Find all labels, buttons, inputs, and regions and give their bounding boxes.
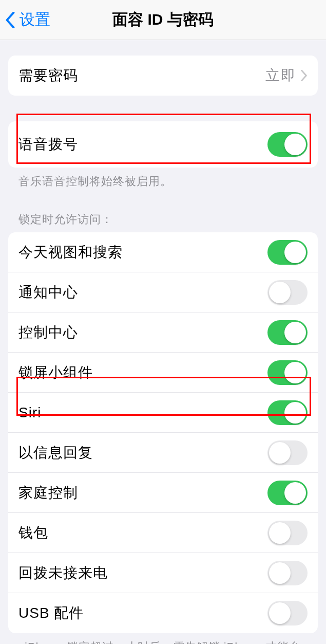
lock-access-row: 以信息回复 — [8, 433, 318, 473]
lock-access-section: 今天视图和搜索通知中心控制中心锁屏小组件Siri以信息回复家庭控制钱包回拨未接来… — [8, 232, 318, 633]
lock-access-toggle[interactable] — [267, 240, 308, 265]
chevron-right-icon — [300, 70, 308, 81]
lock-access-item-label: 锁屏小组件 — [18, 363, 93, 382]
voice-dial-label: 语音拨号 — [18, 135, 78, 154]
lock-access-item-label: 以信息回复 — [18, 443, 93, 463]
voice-dial-section: 语音拨号 — [8, 121, 318, 168]
lock-access-item-label: USB 配件 — [18, 603, 84, 623]
lock-access-item-label: 控制中心 — [18, 323, 78, 342]
page-title: 面容 ID 与密码 — [0, 9, 326, 30]
lock-access-toggle[interactable] — [267, 440, 308, 465]
require-passcode-row[interactable]: 需要密码 立即 — [8, 56, 318, 96]
lock-access-row: 回拨未接来电 — [8, 553, 318, 593]
lock-access-toggle[interactable] — [267, 481, 308, 505]
lock-access-toggle[interactable] — [267, 561, 308, 585]
lock-access-toggle[interactable] — [267, 400, 308, 425]
lock-access-toggle[interactable] — [267, 280, 308, 305]
voice-dial-row: 语音拨号 — [8, 121, 318, 168]
lock-access-row: 锁屏小组件 — [8, 353, 318, 393]
lock-access-footer: iPhone 锁定超过一小时后，需先解锁 iPhone 才能允许 USB 配件连… — [0, 633, 326, 644]
lock-access-item-label: 今天视图和搜索 — [18, 243, 123, 262]
lock-access-row: 控制中心 — [8, 312, 318, 353]
lock-access-row: 通知中心 — [8, 272, 318, 312]
lock-access-row: Siri — [8, 393, 318, 433]
lock-access-toggle[interactable] — [267, 360, 308, 385]
lock-access-item-label: Siri — [18, 404, 41, 421]
lock-access-item-label: 通知中心 — [18, 283, 78, 302]
require-passcode-label: 需要密码 — [18, 66, 78, 85]
lock-access-header: 锁定时允许访问： — [0, 212, 326, 232]
lock-access-item-label: 家庭控制 — [18, 483, 78, 503]
voice-dial-toggle[interactable] — [267, 132, 308, 157]
lock-access-row: 钱包 — [8, 513, 318, 553]
lock-access-row: 家庭控制 — [8, 473, 318, 513]
voice-dial-footer: 音乐语音控制将始终被启用。 — [0, 168, 326, 189]
lock-access-toggle[interactable] — [267, 521, 308, 545]
lock-access-toggle[interactable] — [267, 320, 308, 345]
navigation-header: 设置 面容 ID 与密码 — [0, 0, 326, 40]
passcode-section: 需要密码 立即 — [8, 56, 318, 96]
require-passcode-value: 立即 — [265, 66, 296, 85]
lock-access-row: USB 配件 — [8, 593, 318, 633]
lock-access-row: 今天视图和搜索 — [8, 232, 318, 272]
lock-access-item-label: 钱包 — [18, 523, 48, 543]
lock-access-toggle[interactable] — [267, 601, 308, 625]
lock-access-item-label: 回拨未接来电 — [18, 563, 108, 583]
